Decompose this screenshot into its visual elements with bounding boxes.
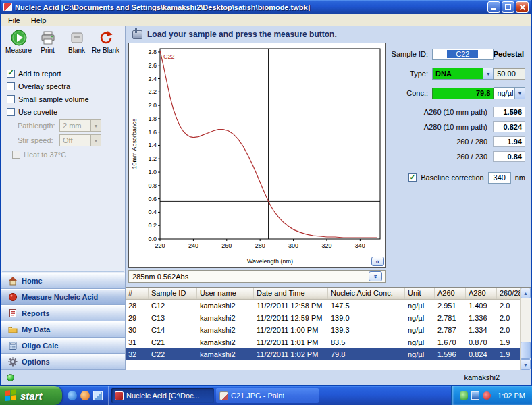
start-button[interactable]: start [0,386,62,405]
sidebar-item-my-data[interactable]: My Data [1,321,125,338]
taskbar-task-nucleic-acid-c-doc[interactable]: Nucleic Acid [C:\Doc... [111,388,214,403]
cell-date-and-time: 11/2/2011 1:02 PM [254,350,328,358]
cell-: 30 [126,326,149,334]
checkbox-label: Add to report [18,70,61,78]
cell-: 29 [126,314,149,322]
sidebar-item-home[interactable]: Home [1,273,125,289]
column-header-a260[interactable]: A260 [435,288,466,299]
table-row[interactable]: 31C21kamakshi211/2/2011 1:01 PM83.5ng/µl… [126,336,531,348]
baseline-input[interactable]: 340 [488,172,511,184]
dropdown-arrow-icon: ▼ [514,88,525,99]
sidebar-item-label: Reports [22,309,50,317]
svg-text:1.0: 1.0 [148,169,157,176]
type-dropdown[interactable]: DNA ▼ [432,68,494,80]
cell-a280: 1.409 [466,302,497,310]
reports-icon [7,308,18,318]
maximize-button[interactable] [502,1,514,13]
spectra-chart[interactable]: 0.00.20.40.60.81.01.21.41.61.82.02.22.42… [128,43,386,268]
scroll-thumb[interactable] [521,342,531,359]
middle-row: 0.00.20.40.60.81.01.21.41.61.82.02.22.42… [126,43,531,283]
sidebar-item-label: My Data [22,325,50,333]
checkbox-small-sample-volume[interactable]: Small sample volume [7,92,122,105]
cell-date-and-time: 11/2/2011 1:01 PM [254,338,328,346]
table-row[interactable]: 30C14kamakshi211/2/2011 1:00 PM139.3ng/µ… [126,324,531,336]
media-player-icon[interactable] [80,391,90,400]
sidebar-grip[interactable] [1,267,125,273]
checkbox-overlay-spectra[interactable]: Overlay spectra [7,80,122,92]
titlebar[interactable]: Nucleic Acid [C:\Documents and Settings\… [1,0,531,14]
blank-button[interactable]: Blank [62,28,91,61]
checkbox-label: Overlay spectra [18,82,70,90]
table-row[interactable]: 32C22kamakshi211/2/2011 1:02 PM79.8ng/µl… [126,348,531,360]
svg-text:1.2: 1.2 [148,155,157,162]
dropdown-arrow-icon: ▼ [90,135,101,146]
reblank-icon [97,29,115,47]
cell-sample-id: C22 [149,350,197,358]
column-header-unit[interactable]: Unit [405,288,435,299]
svg-text:2.6: 2.6 [148,62,157,69]
taskbar-task-c21-jpg-paint[interactable]: C21.JPG - Paint [216,388,319,403]
checkbox-use-cuvette[interactable]: Use cuvette [7,105,122,118]
dropdown-value: Off [60,136,90,144]
svg-text:1.8: 1.8 [148,115,157,122]
cell-date-and-time: 11/2/2011 12:59 PM [254,314,328,322]
chart-collapse-button[interactable]: « [371,256,384,266]
svg-text:300: 300 [288,242,298,249]
cell-sample-id: C12 [149,302,197,310]
internet-explorer-icon[interactable] [68,391,77,400]
column-header-a280[interactable]: A280 [466,288,497,299]
print-button[interactable]: Print [33,28,62,61]
cell-date-and-time: 11/2/2011 1:00 PM [254,326,328,334]
conc-value: 79.8 [432,88,494,99]
dropdown-value: 2 mm [60,122,90,130]
menu-file[interactable]: File [3,15,26,26]
sample-id-value: C22 [447,50,478,58]
cell-nucleic-acid-conc: 83.5 [328,338,405,346]
dropdown-stir-speed: Off▼ [59,134,101,146]
shield-icon[interactable] [460,392,468,400]
svg-text:220: 220 [155,242,165,249]
sidebar-item-oligo-calc[interactable]: Oligo Calc [1,338,125,354]
scroll-up-button[interactable]: ▲ [521,288,531,298]
cell-a260: 2.787 [435,326,466,334]
column-header-[interactable]: # [126,288,149,299]
column-header-date-and-time[interactable]: Date and Time [254,288,328,299]
scroll-down-button[interactable]: ▼ [521,359,531,370]
readout-collapse-button[interactable]: » [369,271,382,281]
svg-text:2.8: 2.8 [148,49,157,55]
alert-icon[interactable] [483,392,491,400]
scroll-track[interactable] [521,298,531,359]
checkbox-label: Heat to 37°C [24,151,66,159]
show-desktop-icon[interactable] [93,391,103,400]
conc-label: Conc.: [389,89,428,97]
table-row[interactable]: 28C12kamakshi211/2/2011 12:58 PM147.5ng/… [126,300,531,312]
options-panel: ✓Add to reportOverlay spectraSmall sampl… [1,61,125,161]
baseline-checkbox[interactable]: ✓ [408,173,417,182]
measure-button[interactable]: Measure [4,28,33,61]
table-scrollbar[interactable]: ▲ ▼ [520,288,531,370]
chart-column: 0.00.20.40.60.81.01.21.41.61.82.02.22.42… [126,43,388,283]
sidebar-item-options[interactable]: Options [1,354,125,370]
svg-text:280: 280 [255,242,265,249]
column-header-user-name[interactable]: User name [197,288,254,299]
minimize-button[interactable] [487,1,500,13]
column-header-sample-id[interactable]: Sample ID [149,288,197,299]
sidebar-item-reports[interactable]: Reports [1,305,125,321]
checkbox-add-to-report[interactable]: ✓Add to report [7,67,122,80]
table-row[interactable]: 29C13kamakshi211/2/2011 12:59 PM139.0ng/… [126,312,531,324]
unit-dropdown[interactable]: ng/µl ▼ [494,87,525,99]
task-label: C21.JPG - Paint [231,392,284,400]
menu-help[interactable]: Help [26,15,52,26]
sample-id-input[interactable]: C22 [432,49,494,60]
re-blank-button[interactable]: Re-Blank [91,28,120,61]
close-button[interactable] [516,1,529,13]
cell-sample-id: C13 [149,314,197,322]
sample-id-label: Sample ID: [389,50,428,58]
column-header-nucleic-acid-conc[interactable]: Nucleic Acid Conc. [328,288,405,299]
window-title: Nucleic Acid [C:\Documents and Settings\… [15,3,486,11]
network-icon[interactable] [471,392,479,400]
cell-user-name: kamakshi2 [197,314,254,322]
svg-text:240: 240 [188,242,198,249]
sidebar-item-measure-nucleic-acid[interactable]: Measure Nucleic Acid [1,289,125,305]
cell-nucleic-acid-conc: 79.8 [328,350,405,358]
